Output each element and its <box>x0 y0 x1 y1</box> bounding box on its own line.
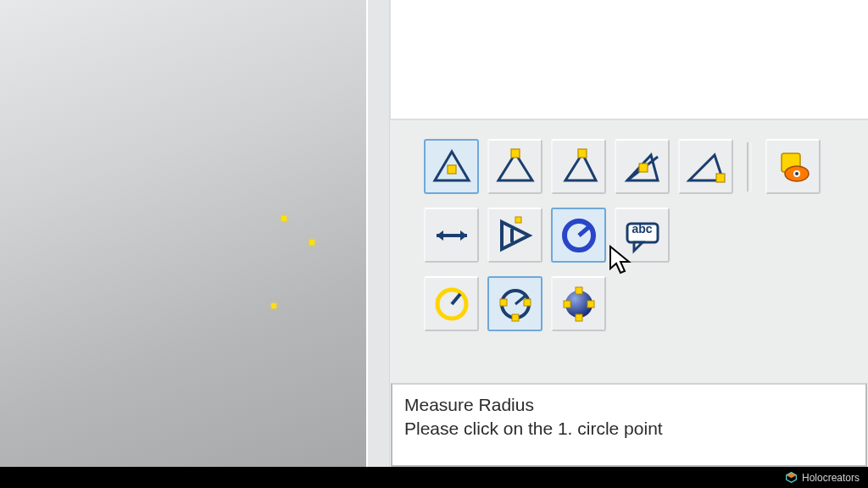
annotation-label-button[interactable]: abc <box>615 208 670 263</box>
radius-circle-icon <box>559 215 599 256</box>
svg-rect-8 <box>639 164 648 172</box>
triangle-slant-icon <box>686 147 726 187</box>
letter-a-tri-icon <box>495 215 536 256</box>
measure-angle-button[interactable] <box>487 208 542 263</box>
svg-point-14 <box>795 172 798 175</box>
triangle-edge-button[interactable] <box>551 139 606 194</box>
measure-radius-button[interactable] <box>551 208 606 263</box>
toolbar-separator <box>747 142 752 191</box>
app-window: abc <box>0 0 868 467</box>
toolbar-row-3 <box>424 276 853 331</box>
svg-rect-30 <box>524 299 531 306</box>
svg-rect-5 <box>578 149 587 158</box>
triangle-face-dot-icon <box>622 147 663 187</box>
toolbar-row-1 <box>424 139 853 194</box>
triangle-slant-button[interactable] <box>678 139 733 194</box>
svg-rect-10 <box>716 174 725 182</box>
toolbar-row-2: abc <box>424 208 853 263</box>
svg-rect-33 <box>564 301 570 308</box>
svg-marker-39 <box>787 473 797 479</box>
svg-line-22 <box>579 225 591 236</box>
upper-content-area <box>390 0 868 120</box>
select-triangle-button[interactable] <box>424 139 479 194</box>
point-marker <box>309 240 314 245</box>
svg-marker-24 <box>634 242 643 251</box>
svg-rect-31 <box>512 314 519 321</box>
svg-rect-3 <box>511 149 520 158</box>
point-marker <box>281 216 287 221</box>
point-marker <box>271 303 276 308</box>
triangle-point-in-icon <box>431 147 472 187</box>
svg-marker-17 <box>460 230 467 241</box>
svg-rect-36 <box>576 314 582 321</box>
arrows-h-icon <box>431 215 472 256</box>
circle-nodes-icon <box>495 284 536 324</box>
svg-rect-34 <box>587 301 594 308</box>
sphere-measure-button[interactable] <box>551 276 606 331</box>
sphere-nodes-icon <box>559 284 599 324</box>
panel-divider[interactable] <box>366 0 390 467</box>
abc-label: abc <box>632 222 652 236</box>
holocreators-logo-icon <box>786 472 797 483</box>
status-hint: Please click on the 1. circle point <box>404 417 854 441</box>
svg-rect-20 <box>515 217 521 223</box>
visibility-toggle-button[interactable] <box>765 139 821 194</box>
watermark-text: Holocreators <box>802 472 860 484</box>
triangle-face-button[interactable] <box>615 139 670 194</box>
status-title: Measure Radius <box>404 393 854 417</box>
triangle-edge-icon <box>559 147 599 187</box>
svg-rect-35 <box>576 287 582 294</box>
clock-icon <box>431 284 472 324</box>
svg-marker-16 <box>437 230 443 241</box>
measure-distance-button[interactable] <box>424 208 479 263</box>
svg-marker-18 <box>502 222 529 249</box>
watermark-bar: Holocreators <box>0 467 868 488</box>
triangle-vertex-up-icon <box>495 147 536 187</box>
svg-line-26 <box>452 294 460 304</box>
svg-rect-29 <box>500 299 507 306</box>
triangle-vertex-button[interactable] <box>487 139 542 194</box>
svg-rect-1 <box>448 165 456 174</box>
3d-viewport[interactable] <box>0 0 366 467</box>
clock-measure-button[interactable] <box>424 276 479 331</box>
status-panel: Measure Radius Please click on the 1. ci… <box>391 383 867 467</box>
circle-points-button[interactable] <box>487 276 542 331</box>
eye-square-icon <box>773 147 814 187</box>
